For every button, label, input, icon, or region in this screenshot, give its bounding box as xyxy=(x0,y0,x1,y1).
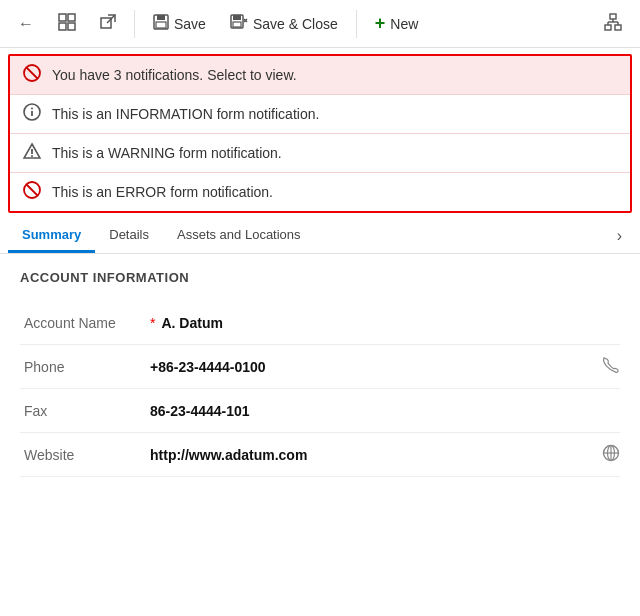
field-label-account-name: Account Name xyxy=(20,315,150,331)
save-close-label: Save & Close xyxy=(253,16,338,32)
notification-error-row[interactable]: This is an ERROR form notification. xyxy=(10,172,630,211)
field-value-website[interactable]: http://www.adatum.com xyxy=(150,447,594,463)
field-row-account-name: Account Name * A. Datum xyxy=(20,301,620,345)
notification-info-text: This is an INFORMATION form notification… xyxy=(52,106,319,122)
field-value-phone[interactable]: +86-23-4444-0100 xyxy=(150,359,594,375)
svg-point-27 xyxy=(31,155,33,157)
tab-assets-locations[interactable]: Assets and Locations xyxy=(163,219,315,253)
notification-warning-icon xyxy=(22,142,42,164)
back-button[interactable]: ← xyxy=(8,9,44,39)
save-label: Save xyxy=(174,16,206,32)
field-value-account-name[interactable]: A. Datum xyxy=(161,315,620,331)
svg-rect-3 xyxy=(68,23,75,30)
separator-2 xyxy=(356,10,357,38)
svg-rect-2 xyxy=(59,23,66,30)
svg-rect-8 xyxy=(156,22,166,28)
save-close-icon xyxy=(230,14,248,34)
form-view-button[interactable] xyxy=(48,7,86,41)
notification-info-icon xyxy=(22,103,42,125)
external-link-icon xyxy=(100,14,116,34)
notification-error-text: This is an ERROR form notification. xyxy=(52,184,273,200)
external-link-button[interactable] xyxy=(90,8,126,40)
svg-rect-7 xyxy=(157,15,165,20)
field-value-fax[interactable]: 86-23-4444-101 xyxy=(150,403,620,419)
website-globe-icon xyxy=(602,444,620,466)
main-content: ACCOUNT INFORMATION Account Name * A. Da… xyxy=(0,254,640,493)
svg-rect-1 xyxy=(68,14,75,21)
form-icon xyxy=(58,13,76,35)
svg-line-22 xyxy=(27,68,38,79)
field-row-fax: Fax 86-23-4444-101 xyxy=(20,389,620,433)
field-label-phone: Phone xyxy=(20,359,150,375)
tabs-bar: Summary Details Assets and Locations › xyxy=(0,219,640,254)
field-row-phone: Phone +86-23-4444-0100 xyxy=(20,345,620,389)
tab-overflow-icon[interactable]: › xyxy=(607,219,632,253)
hierarchy-icon xyxy=(604,13,622,35)
back-icon: ← xyxy=(18,15,34,33)
save-close-button[interactable]: Save & Close xyxy=(220,8,348,40)
save-button[interactable]: Save xyxy=(143,8,216,40)
tab-details[interactable]: Details xyxy=(95,219,163,253)
hierarchy-button[interactable] xyxy=(594,7,632,41)
notification-warning-text: This is a WARNING form notification. xyxy=(52,145,282,161)
new-icon: + xyxy=(375,13,386,34)
phone-icon xyxy=(602,356,620,378)
notification-header-text: You have 3 notifications. Select to view… xyxy=(52,67,297,83)
save-icon xyxy=(153,14,169,34)
svg-line-29 xyxy=(27,185,38,196)
notification-header[interactable]: You have 3 notifications. Select to view… xyxy=(10,56,630,94)
notification-block-icon xyxy=(22,64,42,86)
field-label-website: Website xyxy=(20,447,150,463)
toolbar: ← Save xyxy=(0,0,640,48)
svg-rect-11 xyxy=(233,22,241,27)
section-title: ACCOUNT INFORMATION xyxy=(20,270,620,285)
svg-rect-16 xyxy=(615,25,621,30)
svg-rect-0 xyxy=(59,14,66,21)
field-row-website: Website http://www.adatum.com xyxy=(20,433,620,477)
separator-1 xyxy=(134,10,135,38)
svg-rect-14 xyxy=(610,14,616,19)
tab-summary[interactable]: Summary xyxy=(8,219,95,253)
new-label: New xyxy=(390,16,418,32)
field-label-fax: Fax xyxy=(20,403,150,419)
notification-error-icon xyxy=(22,181,42,203)
svg-rect-15 xyxy=(605,25,611,30)
svg-point-25 xyxy=(31,108,33,110)
notification-info-row[interactable]: This is an INFORMATION form notification… xyxy=(10,94,630,133)
notification-warning-row[interactable]: This is a WARNING form notification. xyxy=(10,133,630,172)
required-indicator-account-name: * xyxy=(150,315,155,331)
new-button[interactable]: + New xyxy=(365,7,429,40)
svg-rect-10 xyxy=(233,15,241,20)
notification-container[interactable]: You have 3 notifications. Select to view… xyxy=(8,54,632,213)
